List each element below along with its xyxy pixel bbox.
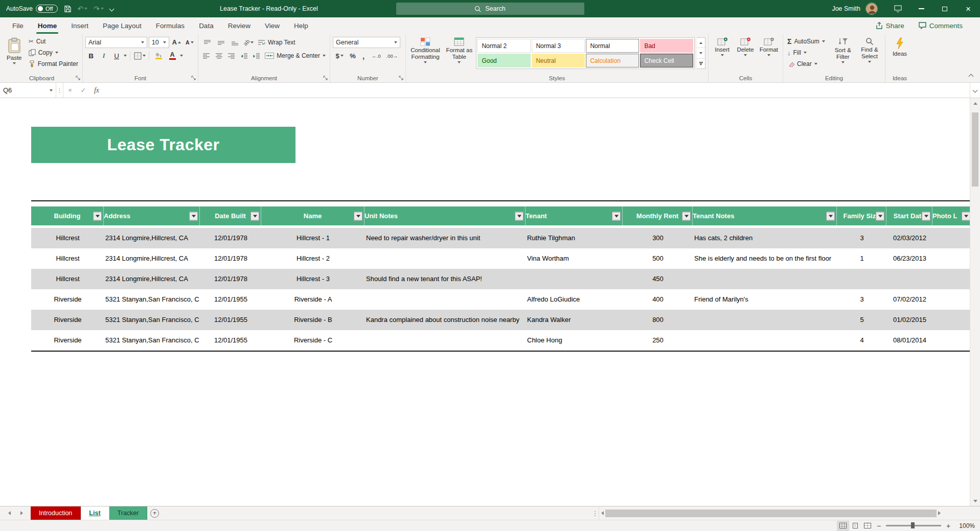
cell-style-check-cell[interactable]: Check Cell: [640, 54, 693, 67]
filter-button-unit-notes[interactable]: [515, 212, 523, 220]
cell[interactable]: Ruthie Tilghman: [526, 228, 623, 248]
filter-button-date-built[interactable]: [250, 212, 259, 220]
filter-button-building[interactable]: [93, 212, 102, 220]
font-color-dropdown-arrow[interactable]: [180, 55, 183, 57]
cell[interactable]: 3: [837, 289, 886, 310]
scroll-up-button[interactable]: [970, 98, 980, 108]
filter-button-tenant[interactable]: [612, 212, 621, 220]
autosave-toggle[interactable]: AutoSave Off: [6, 5, 58, 13]
decrease-indent-button[interactable]: [238, 50, 249, 61]
cell-style-bad[interactable]: Bad: [640, 39, 693, 53]
column-header-date-built[interactable]: Date Built: [200, 206, 261, 225]
cell[interactable]: Friend of Marilyn's: [693, 289, 837, 310]
comma-style-button[interactable]: ,: [359, 50, 368, 61]
ribbon-display-options-button[interactable]: [886, 0, 909, 17]
paste-button[interactable]: Paste: [4, 36, 25, 64]
underline-dropdown-arrow[interactable]: [124, 55, 127, 57]
cell[interactable]: 2314 Longmire,Hillcrest, CA: [104, 269, 200, 289]
maximize-button[interactable]: [933, 0, 956, 17]
cell[interactable]: 500: [623, 248, 693, 269]
filter-button-family-size[interactable]: [876, 212, 884, 220]
cell-style-normal[interactable]: Normal: [586, 39, 639, 53]
search-box[interactable]: Search: [396, 3, 584, 15]
conditional-formatting-button[interactable]: Conditional Formatting: [408, 36, 442, 63]
column-header-tenant[interactable]: Tenant: [526, 206, 623, 225]
cell[interactable]: [886, 269, 932, 289]
cell[interactable]: 400: [623, 289, 693, 310]
ribbon-tab-data[interactable]: Data: [192, 18, 221, 34]
cell[interactable]: 250: [623, 330, 693, 351]
cell[interactable]: 12/01/1978: [200, 228, 261, 248]
tab-scroll-splitter[interactable]: ⋮: [591, 506, 599, 520]
format-as-table-button[interactable]: Format as Table: [444, 36, 474, 63]
align-left-button[interactable]: [201, 50, 212, 61]
autosum-button[interactable]: Σ AutoSum: [786, 36, 829, 47]
cell[interactable]: Chloe Hong: [526, 330, 623, 351]
cell[interactable]: 300: [623, 228, 693, 248]
cell[interactable]: Riverside - C: [261, 330, 364, 351]
insert-cells-button[interactable]: Insert: [711, 36, 733, 56]
cell[interactable]: Hillcrest - 3: [261, 269, 364, 289]
cell[interactable]: Hillcrest - 1: [261, 228, 364, 248]
column-header-tenant-notes[interactable]: Tenant Notes: [693, 206, 837, 225]
share-button[interactable]: Share: [876, 22, 904, 30]
cell[interactable]: 450: [623, 269, 693, 289]
borders-button[interactable]: [133, 50, 146, 61]
copy-button[interactable]: Copy: [27, 47, 80, 58]
formula-bar-expand-button[interactable]: [970, 83, 980, 98]
bold-button[interactable]: B: [85, 50, 97, 61]
merge-center-button[interactable]: Merge & Center: [263, 50, 327, 61]
delete-cells-button[interactable]: Delete: [734, 36, 756, 56]
cell[interactable]: [837, 269, 886, 289]
collapse-ribbon-button[interactable]: [966, 72, 976, 80]
new-sheet-button[interactable]: +: [147, 506, 162, 520]
cell[interactable]: [364, 330, 526, 351]
fill-button[interactable]: ↓ Fill: [786, 47, 829, 58]
spreadsheet-area[interactable]: Lease Tracker BuildingAddressDate BuiltN…: [0, 98, 980, 506]
cell[interactable]: Hillcrest: [31, 228, 104, 248]
page-break-view-button[interactable]: [861, 521, 874, 531]
filter-button-photo-l[interactable]: [962, 212, 970, 220]
format-painter-button[interactable]: Format Painter: [27, 58, 80, 70]
cell[interactable]: 12/01/1955: [200, 310, 261, 330]
gallery-scroll-up-button[interactable]: [697, 38, 705, 48]
cell[interactable]: 08/01/2014: [886, 330, 932, 351]
cell[interactable]: [693, 269, 837, 289]
underline-button[interactable]: U: [111, 50, 122, 61]
format-cells-button[interactable]: Format: [758, 36, 780, 56]
save-button[interactable]: [64, 5, 72, 13]
cell[interactable]: [364, 289, 526, 310]
decrease-decimal-button[interactable]: .00→: [385, 50, 399, 61]
ideas-button[interactable]: Ideas: [888, 36, 911, 57]
font-dialog-launcher[interactable]: [190, 75, 197, 81]
zoom-slider[interactable]: [886, 525, 941, 526]
cell[interactable]: [364, 248, 526, 269]
cell[interactable]: 1: [837, 248, 886, 269]
scroll-left-button[interactable]: [601, 511, 604, 515]
cell[interactable]: Riverside - A: [261, 289, 364, 310]
filter-button-start-date[interactable]: [922, 212, 930, 220]
cut-button[interactable]: ✂ Cut: [27, 36, 80, 47]
cell[interactable]: 2314 Longmire,Hillcrest, CA: [104, 248, 200, 269]
font-color-button[interactable]: A: [166, 50, 178, 61]
cell-style-good[interactable]: Good: [477, 54, 531, 67]
ribbon-tab-file[interactable]: File: [5, 18, 31, 34]
font-name-combo[interactable]: Arial: [85, 37, 147, 48]
ribbon-tab-review[interactable]: Review: [221, 18, 258, 34]
orientation-button[interactable]: ab: [242, 37, 255, 48]
cell[interactable]: 5321 Stanyan,San Francisco, C: [104, 289, 200, 310]
cell[interactable]: 5321 Stanyan,San Francisco, C: [104, 310, 200, 330]
column-header-unit-notes[interactable]: Unit Notes: [364, 206, 526, 225]
increase-indent-button[interactable]: [251, 50, 262, 61]
cell[interactable]: 5: [837, 310, 886, 330]
cell[interactable]: 800: [623, 310, 693, 330]
font-size-combo[interactable]: 10: [149, 37, 169, 48]
cell[interactable]: 12/01/1978: [200, 248, 261, 269]
cell[interactable]: 5321 Stanyan,San Francisco, C: [104, 330, 200, 351]
normal-view-button[interactable]: [837, 521, 849, 531]
cell[interactable]: [932, 269, 970, 289]
cell[interactable]: Should find a new tenant for this ASAP!: [364, 269, 526, 289]
increase-decimal-button[interactable]: ←.0: [369, 50, 383, 61]
formula-input[interactable]: [103, 83, 970, 98]
italic-button[interactable]: I: [98, 50, 109, 61]
